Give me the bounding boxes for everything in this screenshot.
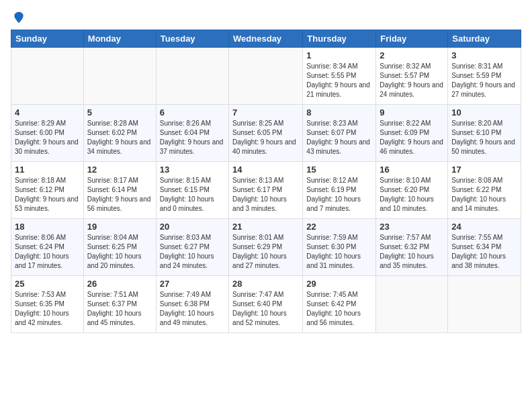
calendar-cell: 20Sunrise: 8:03 AMSunset: 6:27 PMDayligh… [156, 219, 228, 276]
day-number: 26 [87, 279, 152, 289]
day-number: 3 [451, 50, 517, 60]
day-info: Sunrise: 8:04 AMSunset: 6:25 PMDaylight:… [87, 233, 152, 271]
calendar-cell: 19Sunrise: 8:04 AMSunset: 6:25 PMDayligh… [83, 219, 156, 276]
day-info: Sunrise: 8:13 AMSunset: 6:17 PMDaylight:… [232, 176, 299, 214]
day-info: Sunrise: 8:10 AMSunset: 6:20 PMDaylight:… [380, 176, 444, 214]
calendar-cell: 26Sunrise: 7:51 AMSunset: 6:37 PMDayligh… [83, 276, 156, 333]
day-info: Sunrise: 8:22 AMSunset: 6:09 PMDaylight:… [380, 119, 444, 156]
day-number: 16 [380, 165, 444, 175]
day-number: 8 [306, 107, 372, 118]
day-number: 20 [160, 222, 225, 232]
day-number: 29 [306, 279, 372, 289]
calendar-cell: 14Sunrise: 8:13 AMSunset: 6:17 PMDayligh… [229, 162, 303, 219]
day-number: 15 [306, 165, 372, 175]
day-number: 22 [306, 222, 372, 232]
calendar-cell: 9Sunrise: 8:22 AMSunset: 6:09 PMDaylight… [376, 105, 448, 162]
calendar-cell [11, 48, 84, 105]
logo [11, 11, 26, 24]
day-info: Sunrise: 7:47 AMSunset: 6:40 PMDaylight:… [232, 290, 299, 328]
day-header-saturday: Saturday [448, 30, 521, 48]
day-number: 12 [87, 165, 152, 175]
day-number: 28 [232, 279, 299, 289]
day-number: 10 [451, 107, 517, 118]
logo-icon [12, 11, 26, 24]
day-info: Sunrise: 8:01 AMSunset: 6:29 PMDaylight:… [232, 233, 299, 271]
day-number: 9 [380, 107, 444, 118]
day-info: Sunrise: 8:20 AMSunset: 6:10 PMDaylight:… [451, 119, 517, 156]
day-header-thursday: Thursday [303, 30, 376, 48]
calendar-cell: 28Sunrise: 7:47 AMSunset: 6:40 PMDayligh… [229, 276, 303, 333]
day-info: Sunrise: 7:57 AMSunset: 6:32 PMDaylight:… [380, 233, 444, 271]
day-number: 24 [451, 222, 517, 232]
calendar-cell [83, 48, 156, 105]
calendar-cell: 13Sunrise: 8:15 AMSunset: 6:15 PMDayligh… [156, 162, 228, 219]
day-info: Sunrise: 8:23 AMSunset: 6:07 PMDaylight:… [306, 119, 372, 156]
calendar-week-1: 1Sunrise: 8:34 AMSunset: 5:55 PMDaylight… [11, 48, 521, 105]
calendar-cell: 21Sunrise: 8:01 AMSunset: 6:29 PMDayligh… [229, 219, 303, 276]
calendar-cell: 7Sunrise: 8:25 AMSunset: 6:05 PMDaylight… [229, 105, 303, 162]
day-info: Sunrise: 8:34 AMSunset: 5:55 PMDaylight:… [306, 62, 372, 99]
day-info: Sunrise: 8:08 AMSunset: 6:22 PMDaylight:… [451, 176, 517, 214]
calendar-cell: 27Sunrise: 7:49 AMSunset: 6:38 PMDayligh… [156, 276, 228, 333]
calendar-cell [448, 276, 521, 333]
day-header-tuesday: Tuesday [156, 30, 228, 48]
day-info: Sunrise: 8:28 AMSunset: 6:02 PMDaylight:… [87, 119, 152, 156]
calendar-cell: 22Sunrise: 7:59 AMSunset: 6:30 PMDayligh… [303, 219, 376, 276]
day-info: Sunrise: 8:17 AMSunset: 6:14 PMDaylight:… [87, 176, 152, 214]
day-number: 2 [380, 50, 444, 60]
day-info: Sunrise: 7:59 AMSunset: 6:30 PMDaylight:… [306, 233, 372, 271]
day-number: 1 [306, 50, 372, 60]
day-info: Sunrise: 8:06 AMSunset: 6:24 PMDaylight:… [15, 233, 80, 271]
calendar-cell: 6Sunrise: 8:26 AMSunset: 6:04 PMDaylight… [156, 105, 228, 162]
calendar-cell: 16Sunrise: 8:10 AMSunset: 6:20 PMDayligh… [376, 162, 448, 219]
calendar-week-4: 18Sunrise: 8:06 AMSunset: 6:24 PMDayligh… [11, 219, 521, 276]
day-number: 17 [451, 165, 517, 175]
day-number: 5 [87, 107, 152, 118]
calendar-cell: 2Sunrise: 8:32 AMSunset: 5:57 PMDaylight… [376, 48, 448, 105]
calendar-cell: 8Sunrise: 8:23 AMSunset: 6:07 PMDaylight… [303, 105, 376, 162]
calendar-cell: 12Sunrise: 8:17 AMSunset: 6:14 PMDayligh… [83, 162, 156, 219]
calendar-header-row: SundayMondayTuesdayWednesdayThursdayFrid… [11, 30, 521, 48]
day-info: Sunrise: 7:45 AMSunset: 6:42 PMDaylight:… [306, 290, 372, 328]
day-number: 4 [15, 107, 80, 118]
calendar-cell: 1Sunrise: 8:34 AMSunset: 5:55 PMDaylight… [303, 48, 376, 105]
day-info: Sunrise: 8:12 AMSunset: 6:19 PMDaylight:… [306, 176, 372, 214]
day-number: 18 [15, 222, 80, 232]
calendar-table: SundayMondayTuesdayWednesdayThursdayFrid… [11, 30, 521, 333]
calendar-cell [229, 48, 303, 105]
calendar-cell: 17Sunrise: 8:08 AMSunset: 6:22 PMDayligh… [448, 162, 521, 219]
calendar-cell [376, 276, 448, 333]
day-info: Sunrise: 7:51 AMSunset: 6:37 PMDaylight:… [87, 290, 152, 328]
calendar-cell: 25Sunrise: 7:53 AMSunset: 6:35 PMDayligh… [11, 276, 84, 333]
day-number: 25 [15, 279, 80, 289]
calendar-cell: 3Sunrise: 8:31 AMSunset: 5:59 PMDaylight… [448, 48, 521, 105]
day-header-friday: Friday [376, 30, 448, 48]
calendar-cell: 10Sunrise: 8:20 AMSunset: 6:10 PMDayligh… [448, 105, 521, 162]
page-header [11, 11, 521, 24]
day-info: Sunrise: 8:25 AMSunset: 6:05 PMDaylight:… [232, 119, 299, 156]
day-info: Sunrise: 7:53 AMSunset: 6:35 PMDaylight:… [15, 290, 80, 328]
day-info: Sunrise: 8:26 AMSunset: 6:04 PMDaylight:… [160, 119, 225, 156]
day-number: 19 [87, 222, 152, 232]
calendar-cell: 11Sunrise: 8:18 AMSunset: 6:12 PMDayligh… [11, 162, 84, 219]
day-number: 7 [232, 107, 299, 118]
calendar-cell: 23Sunrise: 7:57 AMSunset: 6:32 PMDayligh… [376, 219, 448, 276]
day-number: 6 [160, 107, 225, 118]
day-number: 11 [15, 165, 80, 175]
day-info: Sunrise: 8:03 AMSunset: 6:27 PMDaylight:… [160, 233, 225, 271]
day-info: Sunrise: 7:49 AMSunset: 6:38 PMDaylight:… [160, 290, 225, 328]
day-info: Sunrise: 8:15 AMSunset: 6:15 PMDaylight:… [160, 176, 225, 214]
calendar-cell [156, 48, 228, 105]
day-number: 21 [232, 222, 299, 232]
calendar-week-3: 11Sunrise: 8:18 AMSunset: 6:12 PMDayligh… [11, 162, 521, 219]
calendar-cell: 18Sunrise: 8:06 AMSunset: 6:24 PMDayligh… [11, 219, 84, 276]
day-number: 27 [160, 279, 225, 289]
day-header-monday: Monday [83, 30, 156, 48]
day-number: 23 [380, 222, 444, 232]
day-info: Sunrise: 8:29 AMSunset: 6:00 PMDaylight:… [15, 119, 80, 156]
day-header-wednesday: Wednesday [229, 30, 303, 48]
day-info: Sunrise: 7:55 AMSunset: 6:34 PMDaylight:… [451, 233, 517, 271]
calendar-week-2: 4Sunrise: 8:29 AMSunset: 6:00 PMDaylight… [11, 105, 521, 162]
day-info: Sunrise: 8:18 AMSunset: 6:12 PMDaylight:… [15, 176, 80, 214]
day-number: 14 [232, 165, 299, 175]
